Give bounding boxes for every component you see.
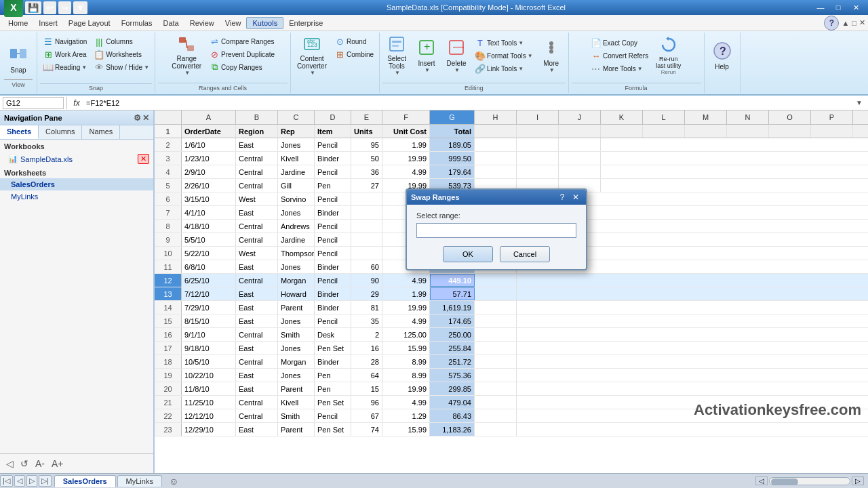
col-header-N[interactable]: N — [727, 110, 769, 124]
cell-A3[interactable]: 1/23/10 — [182, 152, 236, 165]
sheet-add-btn[interactable]: ☺ — [166, 476, 181, 487]
cell-E19[interactable]: 64 — [351, 369, 382, 382]
nav-tab-sheets[interactable]: Sheets — [0, 125, 39, 139]
cell-H4[interactable] — [475, 165, 517, 178]
cell-A11[interactable]: 6/8/10 — [182, 260, 236, 273]
cell-I3[interactable] — [517, 152, 559, 165]
row-num[interactable]: 2 — [155, 138, 182, 151]
row-num[interactable]: 6 — [155, 192, 182, 205]
cell-E3[interactable]: 50 — [351, 152, 382, 165]
nav-footer-btn1[interactable]: ◁ — [4, 456, 16, 471]
prevent-duplicate-btn[interactable]: ⊘ Prevent Duplicate — [206, 48, 277, 60]
link-tools-btn[interactable]: 🔗 Link Tools ▼ — [472, 62, 536, 75]
cell-E7[interactable] — [351, 206, 382, 219]
col-header-P[interactable]: P — [811, 110, 853, 124]
cell-C6[interactable]: Sorvino — [278, 192, 315, 205]
cell-B8[interactable]: Central — [236, 220, 278, 232]
menu-kutools[interactable]: Kutools — [246, 17, 283, 29]
cell-A13[interactable]: 7/12/10 — [182, 287, 236, 300]
cell-D3[interactable]: Binder — [315, 152, 351, 165]
cell-E22[interactable]: 67 — [351, 409, 382, 422]
cell-C5[interactable]: Gill — [278, 179, 315, 192]
cell-H23[interactable] — [475, 423, 517, 436]
cell-G12[interactable]: 449.10 — [430, 274, 475, 287]
cell-I2[interactable] — [517, 138, 559, 151]
cell-F15[interactable]: 4.99 — [382, 314, 430, 327]
cell-H19[interactable] — [475, 369, 517, 382]
nav-sheet-sales-orders[interactable]: SalesOrders — [0, 178, 153, 190]
col-header-I[interactable]: I — [517, 110, 559, 124]
cell-G14[interactable]: 1,619.19 — [430, 301, 475, 314]
cell-C10[interactable]: Thompson — [278, 247, 315, 260]
minimize-btn[interactable]: — — [812, 1, 829, 14]
cell-B1[interactable]: Region — [236, 125, 278, 138]
cell-B20[interactable]: East — [236, 382, 278, 395]
menu-page-layout[interactable]: Page Layout — [63, 18, 116, 28]
cell-J4[interactable] — [559, 165, 601, 178]
snap-btn[interactable]: Snap — [4, 37, 33, 79]
cell-D17[interactable]: Pen Set — [315, 342, 351, 354]
cell-A19[interactable]: 10/22/10 — [182, 369, 236, 382]
cell-A7[interactable]: 4/1/10 — [182, 206, 236, 219]
cell-H12[interactable] — [475, 274, 517, 287]
cell-A16[interactable]: 9/1/10 — [182, 328, 236, 341]
ribbon-close-tab-btn[interactable]: ✕ — [859, 18, 865, 27]
cell-F1[interactable]: Unit Cost — [382, 125, 430, 138]
cell-B17[interactable]: East — [236, 342, 278, 354]
cell-B22[interactable]: Central — [236, 409, 278, 422]
row-num[interactable]: 11 — [155, 260, 182, 273]
col-header-G[interactable]: G — [430, 110, 475, 124]
cell-H3[interactable] — [475, 152, 517, 165]
cell-I1[interactable] — [517, 125, 559, 138]
col-header-M[interactable]: M — [685, 110, 727, 124]
show-hide-btn[interactable]: 👁 Show / Hide ▼ — [91, 61, 152, 73]
cell-B23[interactable]: East — [236, 423, 278, 436]
cell-F18[interactable]: 8.99 — [382, 355, 430, 368]
nav-pane-settings-btn[interactable]: ⚙ — [134, 113, 141, 123]
cell-C13[interactable]: Howard — [278, 287, 315, 300]
cell-G16[interactable]: 250.00 — [430, 328, 475, 341]
range-converter-btn[interactable]: RangeConverter ▼ — [168, 34, 205, 76]
cell-A23[interactable]: 12/29/10 — [182, 423, 236, 436]
more-btn[interactable]: More ▼ — [537, 34, 566, 76]
cell-A14[interactable]: 7/29/10 — [182, 301, 236, 314]
row-num[interactable]: 20 — [155, 382, 182, 395]
cell-H17[interactable] — [475, 342, 517, 354]
col-header-L[interactable]: L — [643, 110, 685, 124]
cell-E20[interactable]: 15 — [351, 382, 382, 395]
cell-E16[interactable]: 2 — [351, 328, 382, 341]
cell-C15[interactable]: Jones — [278, 314, 315, 327]
sheet-first-btn[interactable]: |◁ — [0, 475, 13, 487]
cell-E1[interactable]: Units — [351, 125, 382, 138]
cell-H2[interactable] — [475, 138, 517, 151]
nav-footer-refresh-btn[interactable]: ↺ — [18, 456, 31, 471]
cell-C8[interactable]: Andrews — [278, 220, 315, 232]
cell-A4[interactable]: 2/9/10 — [182, 165, 236, 178]
cell-D4[interactable]: Pencil — [315, 165, 351, 178]
cell-K1[interactable] — [601, 125, 643, 138]
cell-F17[interactable]: 15.99 — [382, 342, 430, 354]
row-num[interactable]: 5 — [155, 179, 182, 192]
cell-A5[interactable]: 2/26/10 — [182, 179, 236, 192]
row-num[interactable]: 3 — [155, 152, 182, 165]
cell-C22[interactable]: Smith — [278, 409, 315, 422]
row-num[interactable]: 19 — [155, 369, 182, 382]
cell-E17[interactable]: 16 — [351, 342, 382, 354]
cell-N1[interactable] — [727, 125, 769, 138]
cell-E8[interactable] — [351, 220, 382, 232]
menu-data[interactable]: Data — [157, 18, 184, 28]
cell-B21[interactable]: Central — [236, 396, 278, 409]
hscroll-thumb[interactable] — [771, 479, 798, 485]
cell-B5[interactable]: Central — [236, 179, 278, 192]
content-converter-btn[interactable]: 123 abc ContentConverter ▼ — [294, 34, 330, 76]
col-header-K[interactable]: K — [601, 110, 643, 124]
nav-sheet-mylinks[interactable]: MyLinks — [0, 190, 153, 203]
cell-C12[interactable]: Morgan — [278, 274, 315, 287]
ribbon-minimize-btn[interactable]: ▲ — [842, 19, 849, 27]
cell-O1[interactable] — [769, 125, 811, 138]
menu-enterprise[interactable]: Enterprise — [283, 18, 328, 28]
cell-G15[interactable]: 174.65 — [430, 314, 475, 327]
cell-E4[interactable]: 36 — [351, 165, 382, 178]
more-tools-btn[interactable]: ⋯ More Tools ▼ — [588, 62, 651, 75]
cell-G23[interactable]: 1,183.26 — [430, 423, 475, 436]
